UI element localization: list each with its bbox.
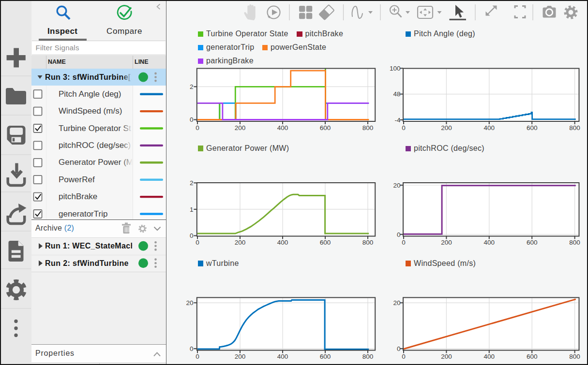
svg-text:0: 0 <box>196 124 199 131</box>
svg-text:200: 200 <box>441 353 452 360</box>
svg-text:0: 0 <box>196 353 199 360</box>
svg-text:20: 20 <box>393 299 400 307</box>
svg-text:400: 400 <box>484 239 495 246</box>
svg-text:0: 0 <box>190 116 194 123</box>
svg-text:600: 600 <box>320 353 331 360</box>
svg-text:0: 0 <box>397 345 401 352</box>
svg-text:400: 400 <box>277 239 288 246</box>
svg-text:600: 600 <box>527 353 538 360</box>
svg-text:400: 400 <box>277 353 288 360</box>
svg-text:0: 0 <box>196 239 199 246</box>
svg-text:600: 600 <box>320 239 331 246</box>
svg-text:0: 0 <box>190 345 194 352</box>
svg-text:800: 800 <box>362 353 374 360</box>
svg-text:400: 400 <box>277 124 288 131</box>
svg-text:2: 2 <box>190 83 194 90</box>
svg-text:0: 0 <box>402 239 406 246</box>
svg-text:48: 48 <box>393 90 400 98</box>
svg-text:100: 100 <box>390 65 401 72</box>
svg-text:-4: -4 <box>394 117 400 124</box>
svg-text:800: 800 <box>362 239 374 246</box>
svg-text:400: 400 <box>484 124 495 131</box>
svg-text:0: 0 <box>397 231 401 238</box>
svg-text:0: 0 <box>402 353 406 360</box>
svg-text:200: 200 <box>441 239 452 246</box>
svg-text:400: 400 <box>484 353 495 360</box>
svg-text:800: 800 <box>569 353 580 360</box>
svg-text:600: 600 <box>527 124 538 131</box>
svg-text:20: 20 <box>393 182 400 189</box>
svg-text:600: 600 <box>320 124 331 131</box>
svg-text:800: 800 <box>569 239 580 246</box>
svg-text:1: 1 <box>190 206 194 213</box>
svg-text:0: 0 <box>190 232 194 239</box>
svg-text:200: 200 <box>235 239 246 246</box>
svg-text:800: 800 <box>569 124 580 131</box>
svg-text:200: 200 <box>235 124 246 131</box>
svg-text:200: 200 <box>441 124 452 131</box>
svg-text:2: 2 <box>190 179 194 187</box>
svg-text:0: 0 <box>402 124 406 131</box>
svg-text:800: 800 <box>362 124 374 131</box>
svg-text:200: 200 <box>235 353 246 360</box>
svg-text:20: 20 <box>186 299 193 307</box>
svg-text:600: 600 <box>527 239 538 246</box>
